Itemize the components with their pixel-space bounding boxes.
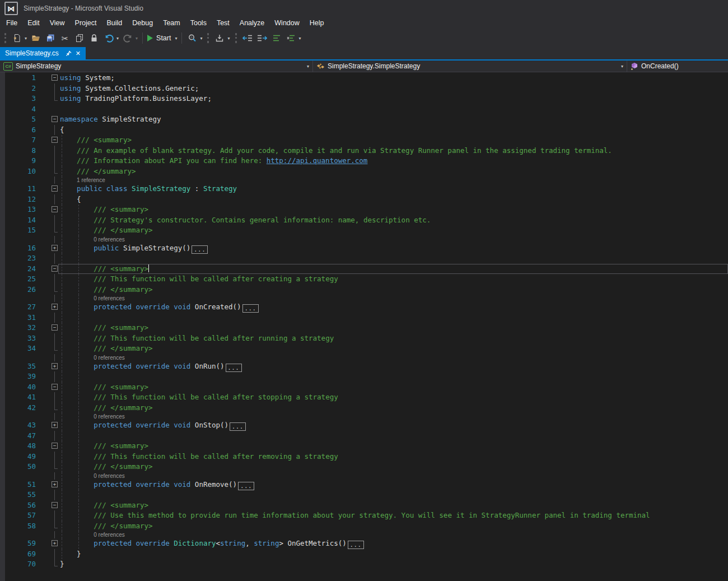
code-content[interactable]: /// <summary> [60,264,728,275]
code-line[interactable]: 35+protected override void OnRun()... [0,361,728,372]
uncomment-lines-button[interactable] [284,31,298,45]
code-content[interactable]: /// This function will be called after r… [60,333,728,344]
undo-dropdown-icon[interactable]: ▾ [116,36,120,41]
close-tab-icon[interactable]: ✕ [74,49,82,58]
copy-button[interactable] [72,31,87,45]
codelens-indicator[interactable]: 0 references [0,531,728,538]
code-content[interactable]: } [60,559,728,570]
code-line[interactable]: 9/// Information about API you can find … [0,156,728,166]
type-dropdown[interactable]: SimpleStrategy.SimpleStrategy ▾ [313,61,627,72]
code-content[interactable]: /// This function will be called after c… [60,274,728,285]
code-line[interactable]: 25/// This function will be called after… [0,274,728,285]
menu-item-window[interactable]: Window [269,18,304,28]
collapsed-region-box[interactable]: ... [242,304,259,313]
outlining-margin[interactable]: − [36,500,60,511]
outlining-margin[interactable]: − [36,135,60,146]
code-line[interactable]: 1−using System; [0,73,728,83]
menu-item-build[interactable]: Build [101,18,127,28]
collapse-region-icon[interactable]: − [52,266,58,272]
code-line[interactable]: 47 [0,431,728,441]
project-dropdown[interactable]: C# SimpleStrategy ▾ [0,61,313,72]
expand-region-icon[interactable]: + [52,245,58,251]
code-line[interactable]: 12{ [0,194,728,205]
code-line[interactable]: 15/// </summary> [0,225,728,236]
code-line[interactable]: 11−public class SimpleStrategy : Strateg… [0,184,728,194]
menu-item-file[interactable]: File [1,18,22,28]
menu-item-debug[interactable]: Debug [127,18,158,28]
code-content[interactable]: { [60,125,728,136]
find-in-files-button[interactable] [185,31,199,45]
code-line[interactable]: 59+protected override Dictionary<string,… [0,538,728,549]
code-content[interactable]: /// This function will be called after s… [60,392,728,403]
code-content[interactable]: namespace SimpleStrategy [60,114,728,125]
code-line[interactable]: 7−/// <summary> [0,135,728,146]
code-content[interactable] [60,253,728,264]
code-line[interactable]: 58/// </summary> [0,521,728,532]
code-content[interactable]: /// Use this method to provide run time … [60,510,728,521]
code-line[interactable]: 43+protected override void OnStop()... [0,420,728,431]
tab-simplestrategy-cs[interactable]: SimpleStrategy.cs ✕ [0,47,86,59]
code-content[interactable]: protected override void OnRun()... [60,361,728,372]
collapse-region-icon[interactable]: − [52,324,58,331]
source-control-dropdown-icon[interactable]: ▾ [227,36,231,41]
code-line[interactable]: 40−/// <summary> [0,382,728,393]
code-content[interactable]: 1 reference [60,176,728,184]
expand-region-icon[interactable]: + [52,304,58,310]
code-line[interactable]: 23 [0,253,728,264]
codelens-indicator[interactable]: 0 references [0,354,728,361]
cut-button[interactable]: ✂ [58,31,72,45]
new-project-dropdown-icon[interactable]: ▾ [24,36,29,41]
codelens-references[interactable]: 1 reference [77,177,105,184]
collapsed-region-box[interactable]: ... [226,364,242,372]
code-line[interactable]: 70} [0,559,728,570]
codelens-references[interactable]: 0 references [94,532,125,538]
collapse-region-icon[interactable]: − [52,502,58,508]
code-editor[interactable]: 1−using System;2using System.Collections… [0,72,728,581]
outlining-margin[interactable]: − [36,73,60,83]
collapsed-region-box[interactable]: ... [230,422,246,431]
code-content[interactable]: { [60,194,728,205]
code-line[interactable]: 56−/// <summary> [0,500,728,511]
codelens-references[interactable]: 0 references [94,473,125,480]
outlining-margin[interactable]: − [36,323,60,333]
code-content[interactable]: /// </summary> [60,462,728,472]
outlining-margin[interactable]: − [36,114,60,125]
code-content[interactable]: using TradingPlatform.BusinessLayer; [60,94,728,104]
code-line[interactable]: 2using System.Collections.Generic; [0,83,728,94]
collapsed-region-box[interactable]: ... [348,541,364,549]
menu-item-help[interactable]: Help [305,18,329,28]
comment-lines-button[interactable] [269,31,284,45]
expand-region-icon[interactable]: + [52,363,58,369]
menu-item-analyze[interactable]: Analyze [235,18,269,28]
collapse-region-icon[interactable]: − [52,206,58,212]
collapsed-region-box[interactable]: ... [192,245,208,254]
code-line[interactable]: 48−/// <summary> [0,441,728,452]
code-content[interactable]: /// <summary> [60,441,728,452]
outlining-margin[interactable]: − [36,382,60,393]
code-line[interactable]: 24−/// <summary> [0,264,728,275]
outlining-margin[interactable]: + [36,361,60,372]
code-line[interactable]: 41/// This function will be called after… [0,392,728,403]
code-content[interactable]: using System; [60,73,728,83]
expand-region-icon[interactable]: + [52,481,58,487]
collapse-region-icon[interactable]: − [52,185,58,192]
code-line[interactable]: 69} [0,549,728,560]
code-content[interactable]: /// This function will be called after r… [60,452,728,462]
add-to-source-control-button[interactable] [212,31,227,45]
code-line[interactable]: 10/// </summary> [0,166,728,177]
code-content[interactable]: /// </summary> [60,521,728,532]
outlining-margin[interactable]: − [36,264,60,275]
code-content[interactable]: protected override void OnCreated()... [60,302,728,313]
outlining-margin[interactable]: − [36,204,60,215]
code-content[interactable]: 0 references [60,531,728,538]
code-line[interactable]: 50/// </summary> [0,462,728,472]
code-content[interactable]: /// Information about API you can find h… [60,156,728,166]
code-line[interactable]: 39 [0,371,728,382]
code-content[interactable]: 0 references [60,236,728,243]
code-line[interactable]: 5−namespace SimpleStrategy [0,114,728,125]
collapse-region-icon[interactable]: − [52,75,58,81]
outlining-margin[interactable]: − [36,441,60,452]
codelens-indicator[interactable]: 0 references [0,472,728,480]
code-content[interactable]: /// An example of blank strategy. Add yo… [60,146,728,156]
open-file-button[interactable] [29,31,43,45]
